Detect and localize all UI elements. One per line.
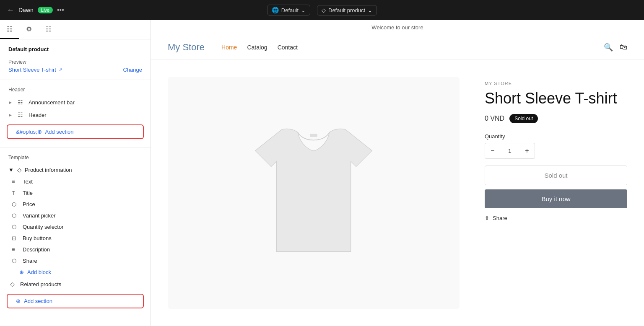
product-layout: MY STORE Short Sleeve T-shirt 0 VND Sold…	[151, 60, 644, 326]
chevron-down-icon: ▼	[8, 167, 14, 173]
buy-buttons-item[interactable]: ⊡ Buy buttons	[0, 233, 151, 244]
related-products-label: Related products	[20, 281, 61, 287]
announcement-bar-icon: ☷	[17, 99, 24, 106]
description-item[interactable]: ≡ Description	[0, 244, 151, 255]
cart-icon[interactable]: 🛍	[620, 43, 627, 52]
tshirt-container	[230, 93, 397, 294]
preview-block: Preview Short Sleeve T-shirt ↗ Change	[0, 56, 151, 80]
share-upload-icon: ⇧	[485, 215, 489, 221]
nav-catalog[interactable]: Catalog	[247, 44, 267, 51]
title-label: Title	[23, 190, 33, 196]
external-link-icon: ↗	[59, 67, 62, 72]
add-section-top-button[interactable]: &#oplus;⊕ Add section	[7, 124, 144, 139]
quantity-label: Quantity	[485, 133, 627, 140]
preview-link[interactable]: Short Sleeve T-shirt	[8, 67, 56, 73]
announcement-bar: Welcome to our store	[151, 20, 644, 35]
chevron-right-icon: ►	[8, 100, 13, 105]
nav-links: Home Catalog Contact	[221, 44, 298, 51]
main-layout: ☷ ⚙ ☷ Default product Preview Short Slee…	[0, 20, 644, 326]
related-products-item[interactable]: ◇ Related products	[0, 278, 151, 290]
svg-rect-0	[310, 134, 317, 137]
product-dropdown[interactable]: ◇ Default product ⌄	[317, 5, 377, 16]
product-info-icon: ◇	[17, 167, 21, 173]
sold-out-badge: Sold out	[509, 114, 538, 123]
price-display: 0 VND	[485, 115, 504, 122]
quantity-selector-item[interactable]: ⬡ Quantity selector	[0, 221, 151, 233]
tab-settings[interactable]: ⚙	[19, 20, 39, 39]
chevron-right-icon-header: ►	[8, 113, 13, 117]
share-label: Share	[23, 258, 37, 264]
quantity-selector-label: Quantity selector	[23, 224, 64, 230]
plus-circle-icon-bottom: ⊕	[16, 298, 21, 304]
store-name-label: Dawn	[18, 7, 34, 13]
description-icon: ≡	[12, 246, 19, 253]
price-icon: ⬡	[12, 201, 19, 207]
related-products-icon: ◇	[8, 281, 16, 287]
nav-home[interactable]: Home	[221, 44, 237, 51]
diamond-icon: ◇	[322, 7, 326, 13]
buy-now-button[interactable]: Buy it now	[485, 189, 627, 208]
sidebar-tabs: ☷ ⚙ ☷	[0, 20, 151, 39]
header-icons: 🔍 🛍	[604, 43, 627, 52]
announcement-text: Welcome to our store	[371, 24, 423, 31]
add-block-button[interactable]: ⊕ Add block	[0, 266, 151, 278]
text-item[interactable]: ≡ Text	[0, 176, 151, 187]
product-info-label: Product information	[25, 167, 72, 173]
sold-out-button: Sold out	[485, 166, 627, 185]
change-button[interactable]: Change	[123, 67, 142, 73]
plus-circle-icon-top: &#oplus;⊕	[16, 129, 42, 135]
variant-picker-label: Variant picker	[23, 212, 56, 219]
buy-buttons-label: Buy buttons	[23, 235, 52, 241]
tshirt-svg	[234, 114, 393, 273]
header-section-group: Header ► ☷ Announcement bar ► ☷ Header &…	[0, 80, 151, 148]
header-label: Header	[29, 112, 47, 118]
share-text: Share	[493, 215, 507, 221]
store-header: My Store Home Catalog Contact 🔍 🛍	[151, 35, 644, 60]
tab-apps[interactable]: ☷	[39, 20, 58, 39]
sidebar-title: Default product	[0, 39, 151, 56]
header-item[interactable]: ► ☷ Header	[0, 109, 151, 121]
search-icon[interactable]: 🔍	[604, 43, 613, 52]
description-label: Description	[23, 246, 50, 253]
share-item[interactable]: ⬡ Share	[0, 255, 151, 266]
header-icon: ☷	[17, 111, 24, 118]
price-item[interactable]: ⬡ Price	[0, 199, 151, 210]
quantity-minus-button[interactable]: −	[485, 143, 500, 158]
price-row: 0 VND Sold out	[485, 114, 627, 123]
text-icon: ≡	[12, 179, 19, 185]
sidebar-content: Default product Preview Short Sleeve T-s…	[0, 39, 151, 326]
product-info-header[interactable]: ▼ ◇ Product information	[0, 164, 151, 176]
top-bar: ← Dawn Live ••• 🌐 Default ⌄ ◇ Default pr…	[0, 0, 644, 20]
sidebar: ☷ ⚙ ☷ Default product Preview Short Slee…	[0, 20, 151, 326]
store-brand-label: MY STORE	[485, 81, 627, 86]
title-icon: T	[12, 190, 19, 196]
quantity-plus-button[interactable]: +	[519, 143, 535, 158]
variant-icon: ⬡	[12, 212, 19, 219]
announcement-bar-label: Announcement bar	[29, 99, 75, 106]
template-group: Template ▼ ◇ Product information ≡ Text …	[0, 148, 151, 317]
store-preview: Welcome to our store My Store Home Catal…	[151, 20, 644, 326]
text-label: Text	[23, 179, 33, 185]
product-image-area	[168, 77, 460, 309]
plus-circle-icon-block: ⊕	[19, 269, 24, 275]
share-row[interactable]: ⇧ Share	[485, 215, 627, 221]
announcement-bar-item[interactable]: ► ☷ Announcement bar	[0, 96, 151, 109]
default-dropdown[interactable]: 🌐 Default ⌄	[267, 5, 310, 16]
title-item[interactable]: T Title	[0, 187, 151, 199]
add-section-bottom-button[interactable]: ⊕ Add section	[7, 294, 144, 308]
nav-contact[interactable]: Contact	[278, 44, 298, 51]
back-button[interactable]: ←	[7, 6, 14, 15]
more-options-button[interactable]: •••	[57, 6, 64, 14]
live-badge: Live	[38, 7, 53, 13]
buy-buttons-icon: ⊡	[12, 235, 19, 241]
preview-value-row: Short Sleeve T-shirt ↗ Change	[8, 67, 142, 73]
quantity-selector: − 1 +	[485, 143, 535, 159]
product-title: Short Sleeve T-shirt	[485, 89, 627, 107]
globe-icon: 🌐	[272, 7, 279, 13]
store-logo: My Store	[168, 42, 205, 53]
tab-sections[interactable]: ☷	[0, 20, 19, 39]
variant-picker-item[interactable]: ⬡ Variant picker	[0, 210, 151, 221]
share-icon: ⬡	[12, 258, 19, 264]
template-title: Template	[0, 153, 151, 164]
product-info-panel: MY STORE Short Sleeve T-shirt 0 VND Sold…	[485, 77, 627, 309]
